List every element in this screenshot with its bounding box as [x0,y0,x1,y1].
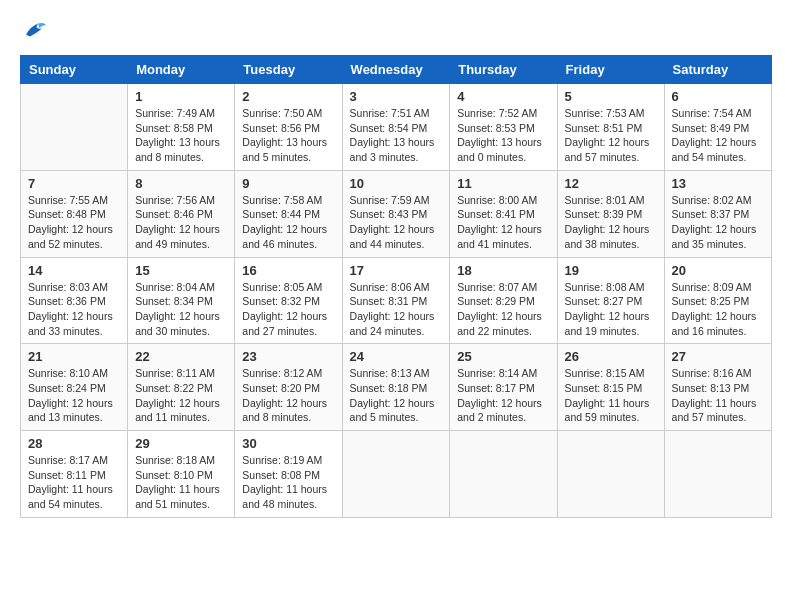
calendar-cell [342,431,450,518]
day-info: Sunrise: 7:51 AMSunset: 8:54 PMDaylight:… [350,106,443,165]
calendar-cell: 21Sunrise: 8:10 AMSunset: 8:24 PMDayligh… [21,344,128,431]
calendar-table: SundayMondayTuesdayWednesdayThursdayFrid… [20,55,772,518]
header-tuesday: Tuesday [235,56,342,84]
calendar-cell: 19Sunrise: 8:08 AMSunset: 8:27 PMDayligh… [557,257,664,344]
day-info: Sunrise: 7:52 AMSunset: 8:53 PMDaylight:… [457,106,549,165]
calendar-cell: 27Sunrise: 8:16 AMSunset: 8:13 PMDayligh… [664,344,771,431]
day-number: 13 [672,176,764,191]
day-number: 26 [565,349,657,364]
calendar-cell: 11Sunrise: 8:00 AMSunset: 8:41 PMDayligh… [450,170,557,257]
day-info: Sunrise: 8:05 AMSunset: 8:32 PMDaylight:… [242,280,334,339]
calendar-cell: 30Sunrise: 8:19 AMSunset: 8:08 PMDayligh… [235,431,342,518]
day-number: 22 [135,349,227,364]
day-number: 14 [28,263,120,278]
calendar-cell: 2Sunrise: 7:50 AMSunset: 8:56 PMDaylight… [235,84,342,171]
day-number: 23 [242,349,334,364]
calendar-cell: 4Sunrise: 7:52 AMSunset: 8:53 PMDaylight… [450,84,557,171]
calendar-cell: 12Sunrise: 8:01 AMSunset: 8:39 PMDayligh… [557,170,664,257]
header-monday: Monday [128,56,235,84]
day-info: Sunrise: 8:02 AMSunset: 8:37 PMDaylight:… [672,193,764,252]
calendar-cell: 3Sunrise: 7:51 AMSunset: 8:54 PMDaylight… [342,84,450,171]
day-number: 5 [565,89,657,104]
day-info: Sunrise: 7:59 AMSunset: 8:43 PMDaylight:… [350,193,443,252]
week-row-3: 14Sunrise: 8:03 AMSunset: 8:36 PMDayligh… [21,257,772,344]
day-info: Sunrise: 8:06 AMSunset: 8:31 PMDaylight:… [350,280,443,339]
day-number: 18 [457,263,549,278]
day-info: Sunrise: 7:58 AMSunset: 8:44 PMDaylight:… [242,193,334,252]
calendar-header-row: SundayMondayTuesdayWednesdayThursdayFrid… [21,56,772,84]
week-row-1: 1Sunrise: 7:49 AMSunset: 8:58 PMDaylight… [21,84,772,171]
calendar-cell: 24Sunrise: 8:13 AMSunset: 8:18 PMDayligh… [342,344,450,431]
calendar-cell [557,431,664,518]
day-info: Sunrise: 8:17 AMSunset: 8:11 PMDaylight:… [28,453,120,512]
day-info: Sunrise: 8:10 AMSunset: 8:24 PMDaylight:… [28,366,120,425]
day-number: 3 [350,89,443,104]
day-info: Sunrise: 7:54 AMSunset: 8:49 PMDaylight:… [672,106,764,165]
day-info: Sunrise: 8:12 AMSunset: 8:20 PMDaylight:… [242,366,334,425]
logo [20,20,46,45]
calendar-cell: 25Sunrise: 8:14 AMSunset: 8:17 PMDayligh… [450,344,557,431]
day-number: 19 [565,263,657,278]
week-row-2: 7Sunrise: 7:55 AMSunset: 8:48 PMDaylight… [21,170,772,257]
day-number: 20 [672,263,764,278]
day-info: Sunrise: 7:49 AMSunset: 8:58 PMDaylight:… [135,106,227,165]
day-number: 15 [135,263,227,278]
calendar-cell: 14Sunrise: 8:03 AMSunset: 8:36 PMDayligh… [21,257,128,344]
header [20,20,772,45]
day-info: Sunrise: 8:14 AMSunset: 8:17 PMDaylight:… [457,366,549,425]
day-info: Sunrise: 8:00 AMSunset: 8:41 PMDaylight:… [457,193,549,252]
day-number: 30 [242,436,334,451]
header-friday: Friday [557,56,664,84]
header-saturday: Saturday [664,56,771,84]
calendar-cell [450,431,557,518]
day-number: 16 [242,263,334,278]
day-number: 24 [350,349,443,364]
calendar-cell: 29Sunrise: 8:18 AMSunset: 8:10 PMDayligh… [128,431,235,518]
calendar-cell: 8Sunrise: 7:56 AMSunset: 8:46 PMDaylight… [128,170,235,257]
calendar-cell: 23Sunrise: 8:12 AMSunset: 8:20 PMDayligh… [235,344,342,431]
day-info: Sunrise: 8:15 AMSunset: 8:15 PMDaylight:… [565,366,657,425]
header-wednesday: Wednesday [342,56,450,84]
day-number: 2 [242,89,334,104]
day-number: 10 [350,176,443,191]
day-number: 1 [135,89,227,104]
calendar-cell: 20Sunrise: 8:09 AMSunset: 8:25 PMDayligh… [664,257,771,344]
day-number: 28 [28,436,120,451]
calendar-cell: 28Sunrise: 8:17 AMSunset: 8:11 PMDayligh… [21,431,128,518]
day-info: Sunrise: 8:16 AMSunset: 8:13 PMDaylight:… [672,366,764,425]
day-info: Sunrise: 8:18 AMSunset: 8:10 PMDaylight:… [135,453,227,512]
day-number: 12 [565,176,657,191]
calendar-cell: 18Sunrise: 8:07 AMSunset: 8:29 PMDayligh… [450,257,557,344]
day-info: Sunrise: 7:55 AMSunset: 8:48 PMDaylight:… [28,193,120,252]
calendar-cell [21,84,128,171]
day-number: 25 [457,349,549,364]
day-info: Sunrise: 7:53 AMSunset: 8:51 PMDaylight:… [565,106,657,165]
logo-bird-icon [22,20,46,40]
header-thursday: Thursday [450,56,557,84]
calendar-cell: 26Sunrise: 8:15 AMSunset: 8:15 PMDayligh… [557,344,664,431]
day-info: Sunrise: 7:50 AMSunset: 8:56 PMDaylight:… [242,106,334,165]
day-info: Sunrise: 8:04 AMSunset: 8:34 PMDaylight:… [135,280,227,339]
day-info: Sunrise: 8:13 AMSunset: 8:18 PMDaylight:… [350,366,443,425]
calendar-cell: 9Sunrise: 7:58 AMSunset: 8:44 PMDaylight… [235,170,342,257]
calendar-cell: 6Sunrise: 7:54 AMSunset: 8:49 PMDaylight… [664,84,771,171]
week-row-4: 21Sunrise: 8:10 AMSunset: 8:24 PMDayligh… [21,344,772,431]
day-number: 9 [242,176,334,191]
day-number: 8 [135,176,227,191]
day-number: 29 [135,436,227,451]
day-number: 11 [457,176,549,191]
logo-text [20,20,46,45]
day-number: 27 [672,349,764,364]
day-info: Sunrise: 7:56 AMSunset: 8:46 PMDaylight:… [135,193,227,252]
day-info: Sunrise: 8:19 AMSunset: 8:08 PMDaylight:… [242,453,334,512]
calendar-cell: 15Sunrise: 8:04 AMSunset: 8:34 PMDayligh… [128,257,235,344]
calendar-cell: 10Sunrise: 7:59 AMSunset: 8:43 PMDayligh… [342,170,450,257]
day-number: 7 [28,176,120,191]
day-info: Sunrise: 8:09 AMSunset: 8:25 PMDaylight:… [672,280,764,339]
day-number: 6 [672,89,764,104]
calendar-cell [664,431,771,518]
calendar-cell: 22Sunrise: 8:11 AMSunset: 8:22 PMDayligh… [128,344,235,431]
calendar-cell: 16Sunrise: 8:05 AMSunset: 8:32 PMDayligh… [235,257,342,344]
day-info: Sunrise: 8:11 AMSunset: 8:22 PMDaylight:… [135,366,227,425]
day-info: Sunrise: 8:07 AMSunset: 8:29 PMDaylight:… [457,280,549,339]
